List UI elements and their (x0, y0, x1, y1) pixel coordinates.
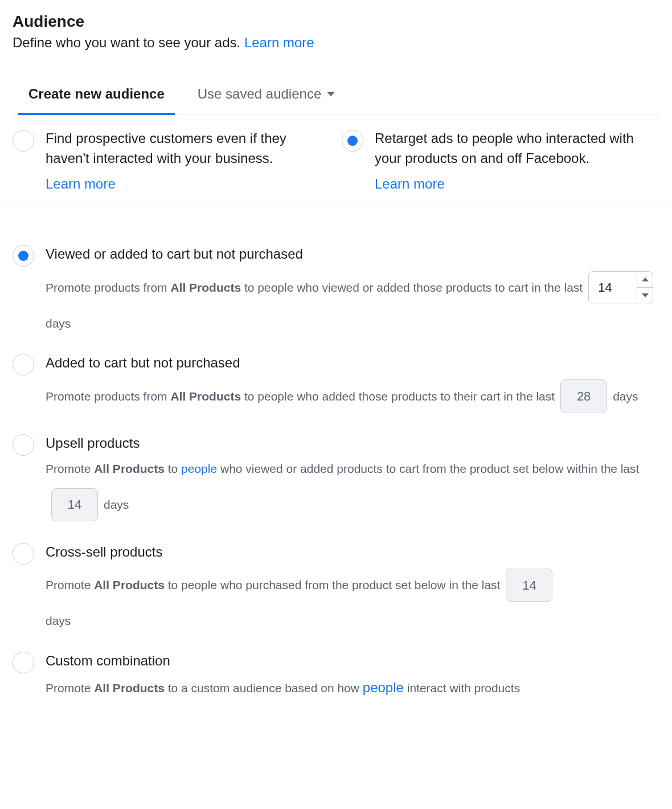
product-set-label: All Products (170, 390, 241, 403)
section-subtitle-text: Define who you want to see your ads. (13, 35, 244, 50)
days-label: days (46, 612, 659, 630)
option-title: Upsell products (46, 434, 659, 452)
radio-custom[interactable] (13, 652, 34, 673)
radio-viewed-cart[interactable] (13, 245, 34, 267)
product-set-label: All Products (94, 462, 165, 475)
tab-create-new-audience[interactable]: Create new audience (26, 80, 167, 115)
desc-text: Promote products from All Products to pe… (46, 387, 555, 406)
targeting-prospect[interactable]: Find prospective customers even if they … (13, 129, 330, 193)
tab-use-saved-audience[interactable]: Use saved audience (195, 80, 337, 115)
radio-prospect[interactable] (13, 130, 34, 152)
tab-use-saved-label: Use saved audience (198, 86, 321, 102)
audience-tabs: Create new audience Use saved audience (13, 80, 659, 115)
section-title: Audience (13, 13, 659, 31)
stepper-up[interactable] (637, 272, 653, 288)
option-title: Cross-sell products (46, 543, 659, 561)
people-link[interactable]: people (181, 462, 217, 475)
radio-retarget[interactable] (342, 130, 363, 152)
radio-upsell[interactable] (13, 434, 34, 456)
targeting-type-group: Find prospective customers even if they … (13, 115, 659, 206)
prospect-learn-more-link[interactable]: Learn more (46, 176, 116, 191)
option-custom-combination[interactable]: Custom combination Promote All Products … (13, 652, 659, 698)
product-set-label: All Products (170, 281, 241, 294)
option-title: Custom combination (46, 652, 659, 669)
days-label: days (104, 496, 129, 514)
option-added-not-purchased[interactable]: Added to cart but not purchased Promote … (13, 354, 659, 412)
people-link[interactable]: people (363, 680, 404, 695)
option-viewed-or-added-not-purchased[interactable]: Viewed or added to cart but not purchase… (13, 245, 659, 332)
targeting-retarget[interactable]: Retarget ads to people who interacted wi… (342, 129, 659, 193)
retarget-learn-more-link[interactable]: Learn more (375, 176, 445, 191)
product-set-label: All Products (94, 578, 165, 591)
option-upsell[interactable]: Upsell products Promote All Products to … (13, 434, 659, 521)
retarget-options-group: Viewed or added to cart but not purchase… (13, 206, 659, 697)
chevron-up-icon (642, 277, 649, 281)
radio-cross-sell[interactable] (13, 543, 34, 565)
days-value-box[interactable]: 14 (51, 488, 98, 521)
desc-text: Promote All Products to people who purch… (46, 576, 500, 594)
desc-text: Promote All Products to a custom audienc… (46, 681, 520, 694)
days-label: days (46, 314, 71, 333)
desc-text: Promote All Products to people who viewe… (46, 460, 639, 478)
chevron-down-icon (327, 92, 335, 96)
option-title: Viewed or added to cart but not purchase… (46, 245, 659, 263)
days-label: days (613, 387, 638, 406)
option-cross-sell[interactable]: Cross-sell products Promote All Products… (13, 543, 659, 630)
days-value-box[interactable]: 14 (506, 569, 552, 602)
radio-added-cart[interactable] (13, 354, 34, 375)
stepper-down[interactable] (637, 288, 653, 304)
option-title: Added to cart but not purchased (46, 354, 659, 371)
product-set-label: All Products (94, 681, 165, 694)
desc-text: Promote products from All Products to pe… (46, 279, 583, 297)
days-input[interactable] (589, 272, 637, 304)
chevron-down-icon (642, 293, 649, 297)
section-subtitle: Define who you want to see your ads. Lea… (13, 33, 659, 53)
days-value-box[interactable]: 28 (560, 379, 607, 412)
days-input-stepper[interactable] (588, 271, 653, 304)
prospect-text: Find prospective customers even if they … (46, 129, 308, 169)
learn-more-link[interactable]: Learn more (244, 35, 314, 50)
retarget-text: Retarget ads to people who interacted wi… (375, 129, 637, 169)
